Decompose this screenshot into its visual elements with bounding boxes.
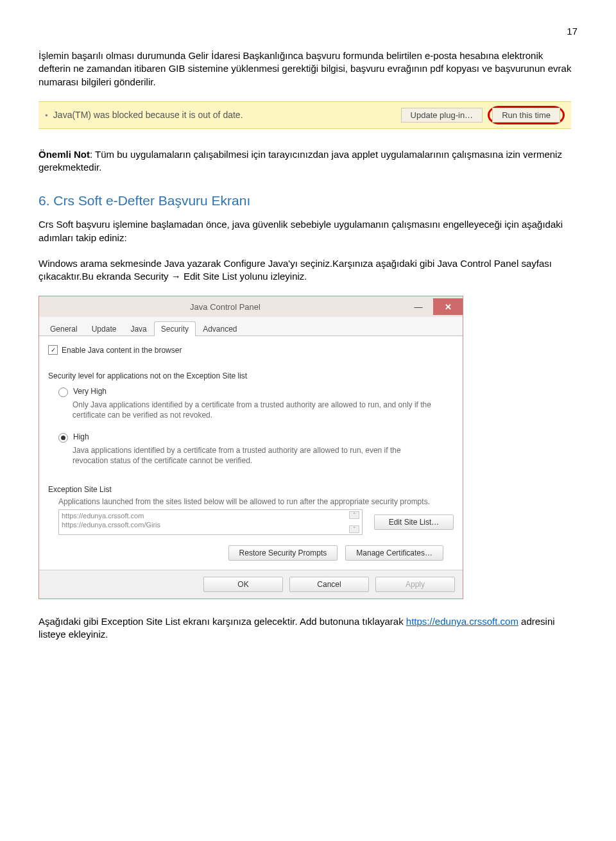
edunya-link[interactable]: https://edunya.crssoft.com xyxy=(406,616,518,627)
manage-certificates-button[interactable]: Manage Certificates… xyxy=(345,545,443,561)
note-text: : Tüm bu uygulamaların çalışabilmesi içi… xyxy=(38,149,562,173)
restore-prompts-button[interactable]: Restore Security Prompts xyxy=(228,545,338,561)
scroll-up-icon[interactable]: ˄ xyxy=(349,511,359,519)
very-high-label: Very High xyxy=(73,387,107,396)
panel-body: ✓ Enable Java content in the browser Sec… xyxy=(39,336,463,570)
edit-site-list-button[interactable]: Edit Site List… xyxy=(374,514,454,530)
tab-bar: General Update Java Security Advanced xyxy=(39,317,463,336)
scrollbar[interactable]: ˄ ˅ xyxy=(349,511,359,533)
site-entry: https://edunya.crssoft.com xyxy=(62,511,349,520)
tab-security[interactable]: Security xyxy=(154,321,196,336)
scroll-down-icon[interactable]: ˅ xyxy=(349,525,359,533)
java-control-panel-window: Java Control Panel — ✕ General Update Ja… xyxy=(38,296,463,599)
very-high-radio[interactable] xyxy=(58,387,68,397)
java-blocked-message: Java(TM) was blocked because it is out o… xyxy=(53,110,243,120)
very-high-description: Only Java applications identified by a c… xyxy=(73,400,432,420)
update-plugin-button[interactable]: Update plug-in… xyxy=(401,108,483,123)
exception-site-list[interactable]: https://edunya.crssoft.com https://eduny… xyxy=(58,509,363,535)
tab-update[interactable]: Update xyxy=(85,321,124,336)
high-radio[interactable] xyxy=(58,433,68,443)
bullet-icon: ● xyxy=(45,112,48,118)
minimize-button[interactable]: — xyxy=(404,298,433,315)
exception-list-description: Applications launched from the sites lis… xyxy=(58,497,454,507)
paragraph-closing: Aşağıdaki gibi Exception Site List ekran… xyxy=(38,615,578,641)
cancel-button[interactable]: Cancel xyxy=(289,577,369,592)
ok-button[interactable]: OK xyxy=(203,577,283,592)
site-entry: https://edunya.crssoft.com/Giris xyxy=(62,520,349,529)
security-level-heading: Security level for applications not on t… xyxy=(48,371,454,380)
run-this-time-button[interactable]: Run this time xyxy=(492,108,560,123)
paragraph-steps: Windows arama sekmesinde Java yazarak Co… xyxy=(38,257,578,284)
close-button[interactable]: ✕ xyxy=(433,298,463,315)
enable-java-label: Enable Java content in the browser xyxy=(62,346,182,355)
section-heading: 6. Crs Soft e-Defter Başvuru Ekranı xyxy=(38,193,578,208)
dialog-buttons: OK Cancel Apply xyxy=(39,570,463,599)
exception-list-heading: Exception Site List xyxy=(48,485,454,494)
high-description: Java applications identified by a certif… xyxy=(73,445,432,466)
paragraph-intro: İşlemin başarılı olması durumunda Gelir … xyxy=(38,49,578,89)
window-title: Java Control Panel xyxy=(47,302,404,312)
note-label: Önemli Not xyxy=(38,149,90,160)
paragraph-instructions: Crs Soft başvuru işlemine başlamadan önc… xyxy=(38,218,578,244)
closing-text-a: Aşağıdaki gibi Exception Site List ekran… xyxy=(38,616,406,627)
tab-java[interactable]: Java xyxy=(123,321,153,336)
enable-java-row: ✓ Enable Java content in the browser xyxy=(48,345,454,355)
java-blocked-infobar: ● Java(TM) was blocked because it is out… xyxy=(38,101,571,129)
tab-advanced[interactable]: Advanced xyxy=(196,321,244,336)
highlight-circle: Run this time xyxy=(488,106,565,124)
high-label: High xyxy=(73,432,89,441)
titlebar: Java Control Panel — ✕ xyxy=(39,296,463,317)
tab-general[interactable]: General xyxy=(43,321,85,336)
apply-button[interactable]: Apply xyxy=(375,577,455,592)
enable-java-checkbox[interactable]: ✓ xyxy=(48,345,58,355)
page-number: 17 xyxy=(38,26,578,37)
paragraph-note: Önemli Not: Tüm bu uygulamaların çalışab… xyxy=(38,148,578,174)
